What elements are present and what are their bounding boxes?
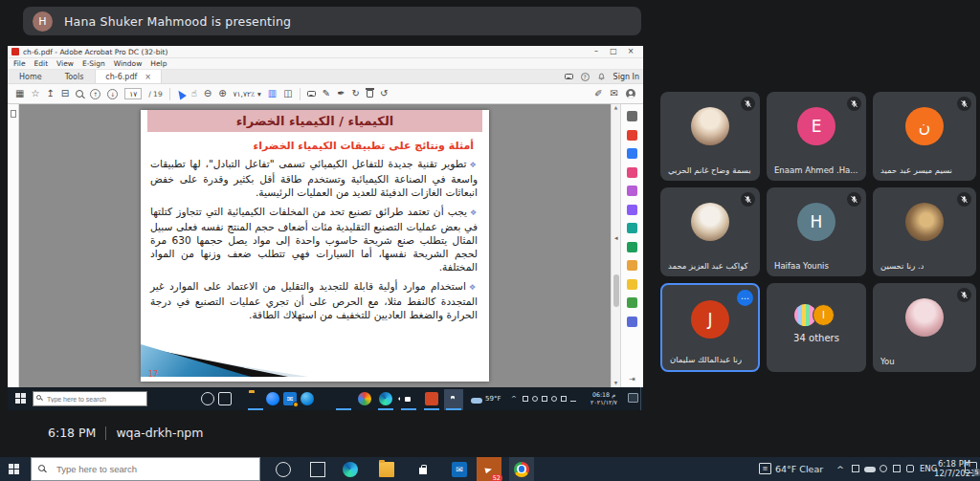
menu-edit[interactable]: Edit xyxy=(34,59,49,68)
stamp-icon[interactable]: ↻ xyxy=(352,89,360,98)
telegram-taskbar-button[interactable]: 52 xyxy=(477,457,501,481)
tab-home[interactable]: Home xyxy=(8,70,54,83)
menu-window[interactable]: Window xyxy=(114,59,143,68)
page-thumbnails-icon[interactable] xyxy=(11,110,16,118)
task-view-icon[interactable] xyxy=(218,392,232,405)
microphone-tray-icon[interactable] xyxy=(880,465,887,472)
weather-widget[interactable]: 64°F Clear xyxy=(775,464,823,474)
skype-icon[interactable] xyxy=(301,392,314,405)
participant-tile-active-speaker[interactable]: J رنا عبدالمالك سليمان ⋯ xyxy=(660,283,760,372)
navigation-pane[interactable] xyxy=(8,104,19,387)
start-button[interactable] xyxy=(9,464,19,474)
comment-panel-icon[interactable] xyxy=(627,279,637,290)
page-number-input[interactable]: ١٧ xyxy=(124,88,142,99)
clock[interactable]: 06:18 م ٢٠٢١/١٢/٧ xyxy=(582,391,626,405)
page-display-icon[interactable]: ▥ xyxy=(268,89,277,98)
photos-icon[interactable] xyxy=(358,392,371,405)
edge-icon[interactable] xyxy=(343,462,358,477)
export-pdf-icon[interactable] xyxy=(627,130,637,141)
self-view-tile[interactable]: You xyxy=(873,283,976,372)
previous-page-button[interactable]: ↑ xyxy=(90,89,100,99)
zoom-in-icon[interactable]: ⊕ xyxy=(218,89,226,98)
microphone-tray-icon[interactable] xyxy=(523,396,528,402)
mail-icon[interactable]: ✉ xyxy=(283,392,297,405)
search-tools-icon[interactable] xyxy=(627,111,637,121)
tray-chevron-icon[interactable]: ^ xyxy=(836,464,844,474)
request-signatures-icon[interactable]: ✐ xyxy=(594,89,602,98)
tray-chevron-icon[interactable]: ^ xyxy=(511,395,517,403)
cortana-icon[interactable] xyxy=(276,462,291,477)
file-explorer-icon[interactable] xyxy=(379,462,394,477)
scroll-down-icon[interactable]: ▼ xyxy=(612,380,620,387)
bell-icon[interactable] xyxy=(597,73,606,81)
menu-view[interactable]: View xyxy=(56,59,74,68)
protect-icon[interactable] xyxy=(627,223,637,233)
search-icon[interactable] xyxy=(76,90,83,98)
participant-tile[interactable]: ن نسيم ميسر عبد حميد xyxy=(873,92,976,181)
keyboard-tray-icon[interactable] xyxy=(893,465,901,472)
search-input[interactable] xyxy=(33,391,147,406)
combine-files-icon[interactable] xyxy=(627,186,637,196)
chrome-taskbar-button[interactable] xyxy=(509,457,534,481)
trash-icon[interactable] xyxy=(367,90,373,98)
participant-tile[interactable]: E Enaam Ahmed .Ha... xyxy=(767,92,866,181)
menu-help[interactable]: Help xyxy=(150,59,167,68)
notification-icon[interactable] xyxy=(628,393,638,403)
cortana-icon[interactable] xyxy=(201,392,214,405)
select-tool-icon[interactable] xyxy=(175,88,187,99)
zoom-level-dropdown[interactable]: ٧١,٧٢٪ ▾ xyxy=(234,90,261,98)
star-icon[interactable]: ☆ xyxy=(31,89,39,98)
print-icon[interactable]: ⊟ xyxy=(61,89,69,98)
fill-sign-panel-icon[interactable] xyxy=(627,205,637,215)
menu-file[interactable]: File xyxy=(13,59,26,68)
task-view-icon[interactable] xyxy=(310,462,325,477)
edge-icon[interactable] xyxy=(379,392,392,405)
participant-tile[interactable]: د. رنا تحسين xyxy=(873,187,976,276)
minimize-button[interactable]: – xyxy=(588,46,605,57)
messenger-icon[interactable] xyxy=(266,392,279,405)
volume-icon[interactable] xyxy=(561,396,567,402)
scroll-up-icon[interactable]: ▲ xyxy=(612,104,620,112)
more-tools-icon[interactable] xyxy=(627,317,637,327)
undo-icon[interactable]: ↺ xyxy=(380,89,388,98)
network-icon[interactable] xyxy=(570,396,576,402)
participant-tile[interactable]: كواكب عبد العزيز محمد xyxy=(660,187,760,276)
teams-tray-icon[interactable] xyxy=(852,465,859,472)
create-pdf-icon[interactable] xyxy=(627,148,637,159)
panel-collapse-icon[interactable]: ◂ xyxy=(614,234,618,242)
tab-document[interactable]: ch-6.pdf × xyxy=(95,70,162,83)
zoom-out-icon[interactable]: ⊖ xyxy=(204,89,212,98)
hand-tool-icon[interactable]: ☝ xyxy=(191,89,197,98)
others-tile[interactable]: I 34 others xyxy=(767,283,866,372)
participant-tile[interactable]: بسمة وضاح غانم الحربي xyxy=(660,92,760,181)
profile-icon[interactable] xyxy=(626,89,635,98)
tray-icon[interactable] xyxy=(532,396,538,402)
comment-icon[interactable] xyxy=(307,91,316,97)
scan-ocr-icon[interactable] xyxy=(627,297,637,308)
show-desktop-button[interactable] xyxy=(640,387,643,410)
next-page-button[interactable]: ↓ xyxy=(107,89,118,99)
save-icon[interactable]: ▦ xyxy=(15,89,24,98)
weather-temp[interactable]: 59°F xyxy=(485,395,501,403)
close-button[interactable]: × xyxy=(622,46,639,57)
tile-options-button[interactable]: ⋯ xyxy=(737,290,753,306)
feedback-icon[interactable] xyxy=(565,74,573,79)
edit-pdf-icon[interactable] xyxy=(627,167,637,178)
weather-icon[interactable] xyxy=(471,398,482,404)
mail-icon[interactable]: ✉ xyxy=(452,462,467,477)
menu-esign[interactable]: E-Sign xyxy=(82,59,105,68)
news-widget-icon[interactable]: ≡ xyxy=(759,463,771,474)
share-upload-icon[interactable]: ↥ xyxy=(46,89,54,98)
fit-width-icon[interactable]: ◫ xyxy=(283,89,292,98)
maximize-button[interactable]: □ xyxy=(605,46,622,57)
participant-tile[interactable]: H Haifaa Younis xyxy=(767,187,866,276)
volume-icon[interactable] xyxy=(906,465,914,472)
powerpoint-icon[interactable] xyxy=(425,392,438,405)
fill-sign-icon[interactable]: ✒ xyxy=(337,89,345,98)
pencil-icon[interactable]: ✎ xyxy=(323,89,330,98)
sign-in-button[interactable]: Sign In xyxy=(613,73,639,81)
organize-pages-icon[interactable] xyxy=(627,260,637,271)
export-excel-icon[interactable] xyxy=(627,242,637,252)
tab-close-icon[interactable]: × xyxy=(145,73,151,81)
search-input[interactable] xyxy=(31,457,260,481)
